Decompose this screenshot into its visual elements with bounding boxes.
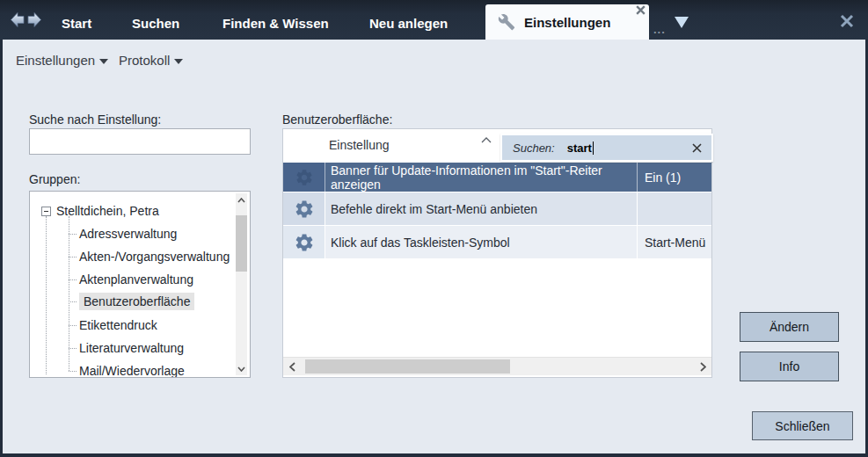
setting-name: Befehle direkt im Start-Menü anbieten — [325, 192, 637, 225]
table-row-befehle-startmenu[interactable]: Befehle direkt im Start-Menü anbieten — [283, 192, 711, 226]
tab-list-dropdown-icon[interactable] — [675, 17, 689, 28]
scroll-left-icon[interactable] — [283, 358, 301, 375]
tab-einstellungen-active[interactable]: Einstellungen — [485, 4, 649, 40]
tree-item-benutzeroberflaeche-selected[interactable]: Benutzeroberfläche — [69, 292, 194, 311]
tab-suchen[interactable]: Suchen — [132, 7, 179, 40]
gear-icon — [294, 199, 315, 220]
icon-cell — [283, 163, 325, 192]
tab-start[interactable]: Start — [62, 7, 91, 40]
window-close-icon[interactable] — [838, 13, 856, 29]
table-horizontal-scrollbar[interactable] — [283, 357, 711, 375]
tab-close-icon[interactable] — [635, 4, 646, 16]
tree-root-label: Stelltdichein, Petra — [56, 204, 159, 218]
icon-cell — [283, 226, 325, 258]
scroll-right-icon[interactable] — [694, 358, 711, 375]
tree-line — [46, 216, 47, 374]
app-window: Start Suchen Finden & Wissen Neu anlegen… — [0, 0, 868, 457]
tree-item-label: Aktenplanverwaltung — [79, 272, 193, 287]
aendern-button[interactable]: Ändern — [740, 312, 839, 342]
tree-item-label: Akten-/Vorgangsverwaltung — [79, 250, 230, 264]
tree-connector — [69, 257, 77, 258]
menu-protokoll-label: Protokoll — [119, 53, 170, 68]
tab-neu-anlegen[interactable]: Neu anlegen — [369, 7, 448, 40]
gear-icon — [294, 232, 315, 253]
table-search-box[interactable]: Suchen: start — [500, 134, 713, 162]
tab-finden-wissen[interactable]: Finden & Wissen — [222, 7, 329, 40]
schliessen-button[interactable]: Schließen — [752, 411, 853, 440]
tree-connector — [69, 279, 77, 280]
setting-name: Klick auf das Taskleisten-Symbol — [325, 226, 637, 258]
tree-item-etikettendruck[interactable]: Etikettendruck — [69, 316, 157, 335]
tree-item-mail-wiedervorlage[interactable]: Mail/Wiedervorlage — [69, 361, 185, 378]
tree-item-akten-vorgangsverwaltung[interactable]: Akten-/Vorgangsverwaltung — [69, 247, 230, 266]
tree-item-label: Etikettendruck — [79, 318, 157, 332]
tree-root-item[interactable]: Stelltdichein, Petra — [41, 201, 159, 221]
setting-value: Ein (1) — [637, 163, 711, 192]
setting-value — [637, 192, 711, 225]
search-clear-icon[interactable] — [691, 142, 703, 154]
scrollbar-thumb[interactable] — [305, 359, 510, 374]
scrollbar-thumb[interactable] — [236, 215, 247, 272]
settings-table: Einstellung Banner für Update-Informatio… — [282, 128, 712, 378]
search-setting-label: Suche nach Einstellung: — [29, 112, 161, 127]
tree-item-literaturverwaltung[interactable]: Literaturverwaltung — [69, 338, 184, 358]
history-nav — [11, 12, 41, 27]
icon-cell — [283, 192, 325, 225]
table-row-klick-taskleiste[interactable]: Klick auf das Taskleisten-Symbol Start-M… — [283, 226, 711, 259]
scroll-down-icon[interactable] — [236, 362, 247, 375]
forward-arrow-icon[interactable] — [27, 12, 41, 27]
tree-item-label: Literaturverwaltung — [79, 341, 184, 355]
panel-title: Benutzeroberfläche: — [282, 112, 392, 127]
tree-connector — [69, 371, 77, 372]
chevron-down-icon — [174, 59, 183, 64]
menu-protokoll[interactable]: Protokoll — [119, 53, 183, 68]
setting-value: Start-Menü — [637, 226, 711, 258]
column-header-einstellung[interactable]: Einstellung — [329, 138, 390, 152]
tree-item-label: Benutzeroberfläche — [79, 293, 194, 310]
gear-icon — [295, 168, 314, 187]
tab-overflow-ellipsis[interactable]: ... — [653, 23, 666, 36]
groups-tree: Stelltdichein, Petra Adressverwaltung Ak… — [29, 191, 251, 378]
tree-collapse-icon[interactable] — [41, 207, 51, 216]
table-search-label: Suchen: — [513, 141, 555, 155]
tree-item-aktenplanverwaltung[interactable]: Aktenplanverwaltung — [69, 270, 193, 289]
menu-einstellungen[interactable]: Einstellungen — [16, 53, 108, 68]
tree-item-label: Mail/Wiedervorlage — [79, 364, 185, 378]
text-cursor — [593, 141, 594, 155]
tree-vertical-scrollbar[interactable] — [236, 193, 247, 375]
top-tab-bar: Start Suchen Finden & Wissen Neu anlegen… — [0, 0, 868, 40]
menu-einstellungen-label: Einstellungen — [16, 53, 95, 68]
groups-label: Gruppen: — [29, 172, 80, 186]
tree-item-label: Adressverwaltung — [79, 227, 177, 241]
sort-asc-icon — [480, 136, 492, 144]
tree-connector — [69, 301, 77, 302]
table-search-value[interactable]: start — [567, 141, 592, 155]
search-setting-input[interactable] — [29, 128, 251, 155]
info-button[interactable]: Info — [740, 352, 839, 381]
wrench-icon — [498, 13, 515, 31]
tree-item-adressverwaltung[interactable]: Adressverwaltung — [69, 224, 177, 243]
chevron-down-icon — [99, 59, 108, 64]
tree-connector — [69, 348, 77, 349]
active-tab-label: Einstellungen — [524, 15, 610, 30]
setting-name: Banner für Update-Informationen im "Star… — [325, 163, 637, 192]
tree-connector — [69, 234, 77, 235]
tree-connector — [69, 325, 77, 326]
back-arrow-icon[interactable] — [11, 12, 25, 27]
scroll-up-icon[interactable] — [236, 193, 247, 207]
table-row-banner-update[interactable]: Banner für Update-Informationen im "Star… — [283, 163, 711, 192]
